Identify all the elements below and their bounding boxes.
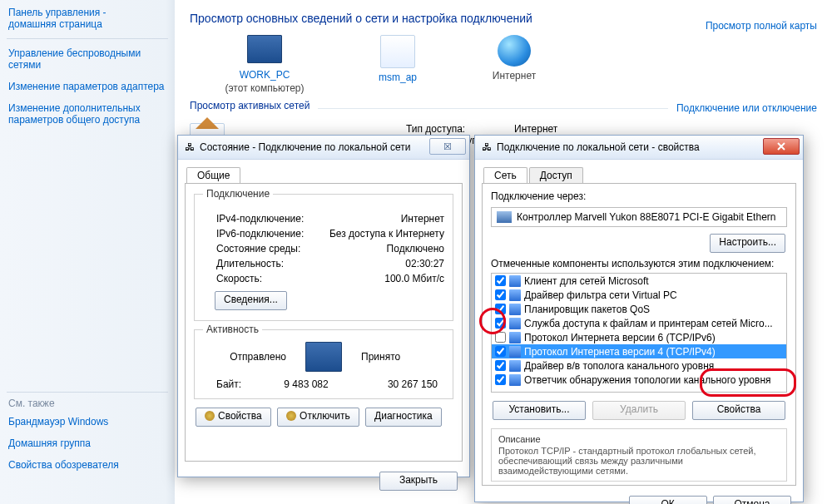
adapter-field: Контроллер Marvell Yukon 88E8071 PCI-E G… [491,207,787,227]
lbl-bytes: Байт: [216,378,266,390]
component-icon [509,360,521,372]
lbl-state: Состояние среды: [216,243,329,254]
sidebar-link-sharing[interactable]: Изменение дополнительных параметров обще… [8,102,168,126]
node-this-pc: WORK_PC (этот компьютер) [206,35,323,94]
adapter-name: Контроллер Marvell Yukon 88E8071 PCI-E G… [517,208,775,226]
see-also-label: См. также [8,398,168,409]
status-dialog-title-bar[interactable]: 🖧 Состояние - Подключение по локальной с… [178,136,469,160]
lbl-ipv4: IPv4-подключение: [216,213,329,225]
item-properties-button[interactable]: Свойства [692,401,785,420]
val-duration: 02:30:27 [329,258,444,269]
properties-button[interactable]: Свойства [196,408,271,427]
uninstall-button: Удалить [592,401,686,420]
component-label: Драйвер фильтра сети Virtual PC [524,289,677,301]
title-l2: домашняя страница [8,18,102,30]
component-icon [509,275,521,287]
conn-status-icon: 🖧 [185,141,195,153]
legend-activity: Активность [203,324,262,335]
install-button[interactable]: Установить... [493,401,586,420]
component-icon [509,374,521,386]
activity-icon [305,342,342,372]
tab-general[interactable]: Общие [186,167,240,183]
panel-home-link[interactable]: Панель управления - домашняя страница [8,7,168,30]
node-msmap[interactable]: msm_ap [339,72,456,83]
component-item[interactable]: Протокол Интернета версии 4 (TCP/IPv4) [492,344,786,358]
node-internet: Интернет [456,35,572,82]
node-inet: Интернет [456,70,572,82]
lbl-duration: Длительность: [216,258,329,269]
component-icon [509,318,521,329]
tab-network[interactable]: Сеть [483,167,527,183]
tab-access[interactable]: Доступ [529,167,583,183]
sidebar-link-homegroup[interactable]: Домашняя группа [8,437,168,449]
component-icon [509,304,521,315]
diagnose-button[interactable]: Диагностика [365,408,442,427]
description-box: Описание Протокол TCP/IP - стандартный п… [491,428,787,482]
component-item[interactable]: Служба доступа к файлам и принтерам сете… [492,316,786,330]
component-item[interactable]: Драйвер в/в тополога канального уровня [492,358,786,373]
lbl-components: Отмеченные компоненты используются этим … [491,258,787,269]
lbl-connect-via: Подключение через: [491,190,787,202]
disable-button[interactable]: Отключить [277,408,359,427]
node-pc-sub: (этот компьютер) [206,82,323,94]
component-checkbox[interactable] [495,275,506,286]
details-button[interactable]: Сведения... [215,291,287,310]
node-pc-name[interactable]: WORK_PC [206,69,323,81]
val-speed: 100.0 Мбит/с [329,273,444,284]
val-recv: 30 267 150 [346,378,438,390]
lbl-recv: Принято [361,351,444,363]
components-list[interactable]: Клиент для сетей MicrosoftДрайвер фильтр… [491,273,787,393]
properties-dialog: 🖧 Подключение по локальной сети - свойст… [474,135,804,502]
lbl-speed: Скорость: [216,273,329,284]
component-icon [509,289,521,301]
sidebar-link-firewall[interactable]: Брандмауэр Windows [8,416,168,427]
val-ipv6: Без доступа к Интернету [329,228,444,240]
component-item[interactable]: Протокол Интернета версии 6 (TCP/IPv6) [492,330,786,344]
connect-disconnect-link[interactable]: Подключение или отключение [676,102,817,114]
cancel-button[interactable]: Отмена [713,496,791,504]
component-label: Ответчик обнаружения топологии канальног… [524,374,771,386]
component-checkbox[interactable] [495,332,506,343]
component-item[interactable]: Клиент для сетей Microsoft [492,274,786,288]
component-item[interactable]: Планировщик пакетов QoS [492,302,786,316]
component-icon [509,332,521,343]
component-icon [509,346,521,358]
desc-body: Протокол TCP/IP - стандартный протокол г… [498,446,756,476]
sidebar-link-inet-props[interactable]: Свойства обозревателя [8,459,168,471]
status-dialog-title: Состояние - Подключение по локальной сет… [200,141,411,153]
desc-title: Описание [498,434,780,444]
lbl-sent: Отправлено [203,351,286,363]
props-dialog-title-bar[interactable]: 🖧 Подключение по локальной сети - свойст… [475,136,803,160]
component-checkbox[interactable] [495,346,506,357]
adapter-icon [497,211,512,223]
component-item[interactable]: Драйвер фильтра сети Virtual PC [492,288,786,302]
active-networks-title: Просмотр активных сетей [190,100,310,111]
lbl-access-type: Тип доступа: [406,123,514,135]
component-checkbox[interactable] [495,289,506,300]
component-item[interactable]: Ответчик обнаружения топологии канальног… [492,373,786,387]
sidebar-link-wireless[interactable]: Управление беспроводными сетями [8,47,168,71]
val-access-type: Интернет [514,123,557,135]
full-map-link[interactable]: Просмотр полной карты [706,20,817,32]
component-label: Протокол Интернета версии 6 (TCP/IPv6) [524,332,716,343]
component-checkbox[interactable] [495,360,506,371]
component-label: Клиент для сетей Microsoft [524,275,649,287]
sidebar: Панель управления - домашняя страница Уп… [0,0,175,504]
component-label: Протокол Интернета версии 4 (TCP/IPv4) [524,346,716,358]
component-checkbox[interactable] [495,374,506,385]
close-x-button[interactable] [763,138,800,155]
configure-button[interactable]: Настроить... [710,234,785,253]
lbl-ipv6: IPv6-подключение: [216,228,329,240]
close-button[interactable]: Закрыть [379,472,458,491]
ok-button[interactable]: ОК [629,496,707,504]
legend-connection: Подключение [203,188,273,200]
val-state: Подключено [329,243,444,254]
component-checkbox[interactable] [495,304,506,314]
component-checkbox[interactable] [495,318,506,329]
minimize-button[interactable]: ☒ [429,138,466,155]
status-dialog: 🖧 Состояние - Подключение по локальной с… [177,135,470,477]
sidebar-link-adapter[interactable]: Изменение параметров адаптера [8,81,168,92]
val-sent: 9 483 082 [266,378,346,390]
props-dialog-title: Подключение по локальной сети - свойства [497,141,700,153]
component-label: Планировщик пакетов QoS [524,304,650,315]
